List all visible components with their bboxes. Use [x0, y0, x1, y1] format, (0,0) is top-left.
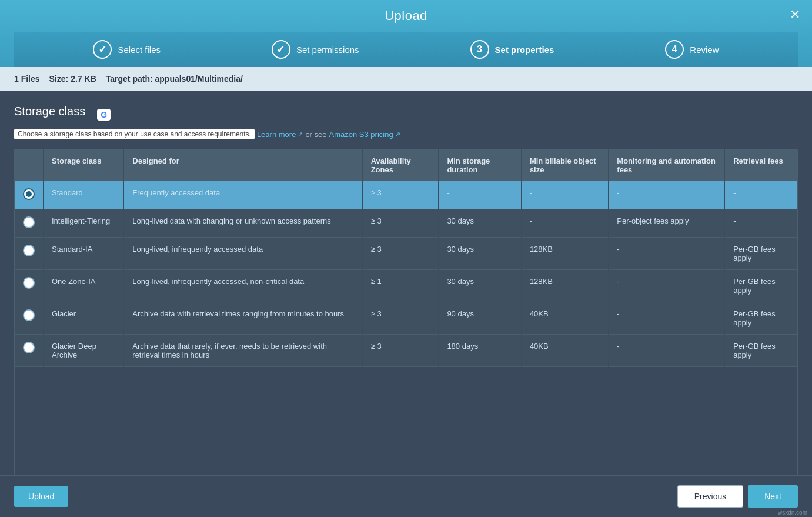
- availability-zones-cell: ≥ 3: [362, 181, 439, 209]
- min-billable-size-cell: -: [521, 181, 608, 209]
- steps-row: ✓ Select files ✓ Set permissions 3 Set p…: [14, 32, 798, 67]
- retrieval-fees-cell: Per-GB fees apply: [725, 302, 797, 335]
- path-label: Target path:: [106, 74, 153, 84]
- retrieval-fees-cell: Per-GB fees apply: [725, 238, 797, 270]
- table-row[interactable]: Glacier Archive data with retrieval time…: [15, 302, 797, 335]
- radio-button[interactable]: [23, 188, 35, 200]
- radio-cell[interactable]: [15, 335, 44, 367]
- step-1-label: Select files: [118, 45, 161, 55]
- upload-button[interactable]: Upload: [14, 486, 68, 507]
- table-row[interactable]: Glacier Deep Archive Archive data that r…: [15, 335, 797, 367]
- section-title: Storage class: [14, 105, 85, 118]
- close-button[interactable]: ✕: [790, 8, 800, 21]
- min-storage-duration-cell: 30 days: [439, 209, 521, 238]
- step-set-properties[interactable]: 3 Set properties: [470, 32, 554, 67]
- table-row[interactable]: Standard Frequently accessed data ≥ 3 - …: [15, 181, 797, 209]
- availability-zones-cell: ≥ 3: [362, 238, 439, 270]
- storage-class-cell: Glacier: [44, 302, 124, 335]
- radio-cell[interactable]: [15, 209, 44, 238]
- min-storage-duration-cell: 30 days: [439, 238, 521, 270]
- step-set-permissions[interactable]: ✓ Set permissions: [272, 32, 359, 67]
- step-2-label: Set permissions: [296, 45, 359, 55]
- min-billable-size-cell: 40KB: [521, 335, 608, 367]
- next-button[interactable]: Next: [748, 485, 798, 508]
- s3-pricing-label: Amazon S3 pricing: [329, 130, 393, 139]
- upload-dialog: Upload ✕ ✓ Select files ✓ Set permission…: [0, 0, 812, 517]
- s3-pricing-link[interactable]: Amazon S3 pricing ↗: [329, 130, 400, 139]
- table-row[interactable]: Intelligent-Tiering Long-lived data with…: [15, 209, 797, 238]
- dialog-header: Upload ✕ ✓ Select files ✓ Set permission…: [0, 0, 812, 67]
- designed-for-cell: Archive data that rarely, if ever, needs…: [124, 335, 362, 367]
- files-count: 1 Files: [14, 74, 40, 84]
- learn-more-label: Learn more: [257, 130, 296, 139]
- step-1-circle: ✓: [93, 40, 112, 59]
- col-select: [15, 149, 44, 181]
- section-description: Choose a storage class based on your use…: [14, 129, 798, 139]
- radio-cell[interactable]: [15, 238, 44, 270]
- availability-zones-cell: ≥ 3: [362, 335, 439, 367]
- min-storage-duration-cell: 30 days: [439, 270, 521, 302]
- min-billable-size-cell: -: [521, 209, 608, 238]
- designed-for-cell: Long-lived, infrequently accessed data: [124, 238, 362, 270]
- col-min-storage-duration: Min storage duration: [439, 149, 521, 181]
- radio-button[interactable]: [23, 216, 35, 228]
- retrieval-fees-cell: Per-GB fees apply: [725, 270, 797, 302]
- storage-class-cell: Intelligent-Tiering: [44, 209, 124, 238]
- external-link-icon: ↗: [298, 131, 303, 138]
- col-designed-for: Designed for: [124, 149, 362, 181]
- radio-cell[interactable]: [15, 270, 44, 302]
- designed-for-cell: Frequently accessed data: [124, 181, 362, 209]
- availability-zones-cell: ≥ 3: [362, 302, 439, 335]
- retrieval-fees-cell: -: [725, 181, 797, 209]
- col-retrieval-fees: Retrieval fees: [725, 149, 797, 181]
- previous-button[interactable]: Previous: [677, 485, 743, 508]
- path-value: appuals01/Multimedia/: [155, 74, 243, 84]
- table-row[interactable]: Standard-IA Long-lived, infrequently acc…: [15, 238, 797, 270]
- radio-cell[interactable]: [15, 302, 44, 335]
- table-row[interactable]: One Zone-IA Long-lived, infrequently acc…: [15, 270, 797, 302]
- watermark: wsxdn.com: [778, 509, 807, 516]
- google-icon: G: [101, 110, 107, 119]
- monitoring-fees-cell: Per-object fees apply: [609, 209, 725, 238]
- radio-button[interactable]: [23, 245, 35, 256]
- monitoring-fees-cell: -: [609, 302, 725, 335]
- designed-for-cell: Long-lived, infrequently accessed, non-c…: [124, 270, 362, 302]
- storage-class-cell: One Zone-IA: [44, 270, 124, 302]
- min-billable-size-cell: 128KB: [521, 270, 608, 302]
- radio-button[interactable]: [23, 342, 35, 353]
- step-review[interactable]: 4 Review: [665, 32, 719, 67]
- storage-class-table-wrapper[interactable]: Storage class Designed for Availability …: [14, 149, 798, 475]
- footer: Upload Previous Next: [0, 475, 812, 517]
- retrieval-fees-cell: Per-GB fees apply: [725, 335, 797, 367]
- radio-cell[interactable]: [15, 181, 44, 209]
- or-see-text: or see: [305, 130, 326, 139]
- step-4-circle: 4: [665, 40, 684, 59]
- dialog-title: Upload: [385, 8, 427, 24]
- monitoring-fees-cell: -: [609, 335, 725, 367]
- monitoring-fees-cell: -: [609, 238, 725, 270]
- col-storage-class: Storage class: [44, 149, 124, 181]
- storage-class-table: Storage class Designed for Availability …: [15, 149, 797, 367]
- radio-button[interactable]: [23, 277, 35, 289]
- monitoring-fees-cell: -: [609, 270, 725, 302]
- step-4-label: Review: [690, 45, 719, 55]
- radio-button[interactable]: [23, 309, 35, 321]
- storage-class-cell: Standard-IA: [44, 238, 124, 270]
- step-select-files[interactable]: ✓ Select files: [93, 32, 161, 67]
- min-storage-duration-cell: 90 days: [439, 302, 521, 335]
- footer-right: Previous Next: [677, 485, 798, 508]
- step-2-circle: ✓: [272, 40, 290, 59]
- learn-more-link[interactable]: Learn more ↗: [257, 130, 303, 139]
- description-text: Choose a storage class based on your use…: [14, 129, 255, 139]
- target-path: Target path: appuals01/Multimedia/: [106, 74, 243, 84]
- external-link-icon-2: ↗: [395, 131, 400, 138]
- monitoring-fees-cell: -: [609, 181, 725, 209]
- col-availability-zones: Availability Zones: [362, 149, 439, 181]
- min-storage-duration-cell: 180 days: [439, 335, 521, 367]
- col-monitoring-fees: Monitoring and automation fees: [609, 149, 725, 181]
- storage-class-cell: Glacier Deep Archive: [44, 335, 124, 367]
- min-billable-size-cell: 40KB: [521, 302, 608, 335]
- availability-zones-cell: ≥ 3: [362, 209, 439, 238]
- size-value: 2.7 KB: [71, 74, 96, 84]
- translate-widget[interactable]: G: [97, 109, 111, 121]
